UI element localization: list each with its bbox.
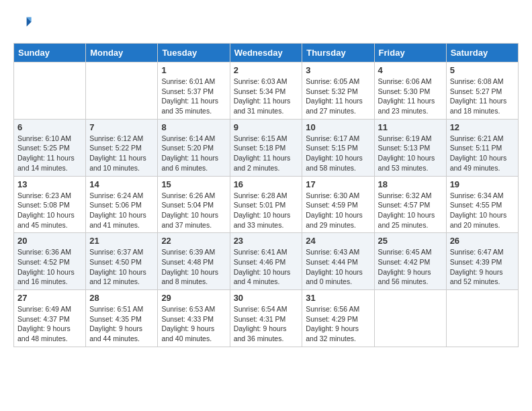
- day-number: 12: [450, 122, 515, 132]
- calendar-week-row: 20Sunrise: 6:36 AM Sunset: 4:52 PM Dayli…: [14, 233, 519, 290]
- calendar-cell: 27Sunrise: 6:49 AM Sunset: 4:37 PM Dayli…: [14, 290, 86, 347]
- day-number: 5: [450, 65, 515, 75]
- logo-icon: [13, 13, 32, 32]
- calendar-cell: 29Sunrise: 6:53 AM Sunset: 4:33 PM Dayli…: [158, 290, 230, 347]
- calendar-cell: 9Sunrise: 6:15 AM Sunset: 5:18 PM Daylig…: [230, 119, 302, 176]
- day-number: 20: [17, 236, 82, 246]
- day-info: Sunrise: 6:43 AM Sunset: 4:44 PM Dayligh…: [306, 247, 370, 287]
- calendar-cell: 30Sunrise: 6:54 AM Sunset: 4:31 PM Dayli…: [230, 290, 302, 347]
- calendar-cell: 18Sunrise: 6:32 AM Sunset: 4:57 PM Dayli…: [374, 176, 446, 233]
- weekday-header: Thursday: [302, 44, 374, 62]
- calendar-cell: [86, 62, 158, 120]
- day-info: Sunrise: 6:08 AM Sunset: 5:27 PM Dayligh…: [450, 77, 515, 116]
- calendar-cell: 31Sunrise: 6:56 AM Sunset: 4:29 PM Dayli…: [302, 290, 374, 347]
- day-number: 9: [234, 122, 299, 132]
- day-info: Sunrise: 6:51 AM Sunset: 4:35 PM Dayligh…: [89, 304, 154, 344]
- calendar-cell: 6Sunrise: 6:10 AM Sunset: 5:25 PM Daylig…: [14, 119, 86, 176]
- day-number: 13: [17, 179, 82, 189]
- weekday-header: Wednesday: [230, 44, 302, 62]
- weekday-header: Tuesday: [158, 44, 230, 62]
- calendar-header-row: SundayMondayTuesdayWednesdayThursdayFrid…: [14, 44, 519, 62]
- day-info: Sunrise: 6:41 AM Sunset: 4:46 PM Dayligh…: [234, 247, 299, 287]
- day-number: 3: [306, 65, 370, 75]
- calendar-cell: 2Sunrise: 6:03 AM Sunset: 5:34 PM Daylig…: [230, 62, 302, 120]
- day-info: Sunrise: 6:47 AM Sunset: 4:39 PM Dayligh…: [450, 247, 515, 287]
- calendar-week-row: 6Sunrise: 6:10 AM Sunset: 5:25 PM Daylig…: [14, 119, 519, 176]
- day-number: 22: [161, 236, 226, 246]
- day-info: Sunrise: 6:21 AM Sunset: 5:11 PM Dayligh…: [450, 134, 515, 173]
- day-info: Sunrise: 6:15 AM Sunset: 5:18 PM Dayligh…: [234, 134, 299, 173]
- day-info: Sunrise: 6:53 AM Sunset: 4:33 PM Dayligh…: [161, 304, 226, 344]
- day-info: Sunrise: 6:12 AM Sunset: 5:22 PM Dayligh…: [89, 134, 154, 173]
- day-info: Sunrise: 6:32 AM Sunset: 4:57 PM Dayligh…: [378, 191, 443, 230]
- day-number: 7: [89, 122, 154, 132]
- calendar-cell: 23Sunrise: 6:41 AM Sunset: 4:46 PM Dayli…: [230, 233, 302, 290]
- calendar-cell: 11Sunrise: 6:19 AM Sunset: 5:13 PM Dayli…: [374, 119, 446, 176]
- day-number: 8: [161, 122, 226, 132]
- calendar-cell: 4Sunrise: 6:06 AM Sunset: 5:30 PM Daylig…: [374, 62, 446, 120]
- day-info: Sunrise: 6:01 AM Sunset: 5:37 PM Dayligh…: [161, 77, 226, 116]
- calendar-week-row: 27Sunrise: 6:49 AM Sunset: 4:37 PM Dayli…: [14, 290, 519, 347]
- calendar-week-row: 13Sunrise: 6:23 AM Sunset: 5:08 PM Dayli…: [14, 176, 519, 233]
- day-info: Sunrise: 6:17 AM Sunset: 5:15 PM Dayligh…: [306, 134, 370, 173]
- day-number: 16: [234, 179, 299, 189]
- calendar-cell: 24Sunrise: 6:43 AM Sunset: 4:44 PM Dayli…: [302, 233, 374, 290]
- calendar-cell: 25Sunrise: 6:45 AM Sunset: 4:42 PM Dayli…: [374, 233, 446, 290]
- calendar-cell: 16Sunrise: 6:28 AM Sunset: 5:01 PM Dayli…: [230, 176, 302, 233]
- day-number: 25: [378, 236, 443, 246]
- day-number: 14: [89, 179, 154, 189]
- calendar-cell: 10Sunrise: 6:17 AM Sunset: 5:15 PM Dayli…: [302, 119, 374, 176]
- calendar-cell: 21Sunrise: 6:37 AM Sunset: 4:50 PM Dayli…: [86, 233, 158, 290]
- day-info: Sunrise: 6:23 AM Sunset: 5:08 PM Dayligh…: [17, 191, 82, 230]
- day-info: Sunrise: 6:14 AM Sunset: 5:20 PM Dayligh…: [161, 134, 226, 173]
- day-number: 29: [161, 293, 226, 303]
- calendar-cell: 12Sunrise: 6:21 AM Sunset: 5:11 PM Dayli…: [446, 119, 518, 176]
- day-info: Sunrise: 6:45 AM Sunset: 4:42 PM Dayligh…: [378, 247, 443, 287]
- calendar-cell: 26Sunrise: 6:47 AM Sunset: 4:39 PM Dayli…: [446, 233, 518, 290]
- day-number: 15: [161, 179, 226, 189]
- day-number: 4: [378, 65, 443, 75]
- weekday-header: Friday: [374, 44, 446, 62]
- day-info: Sunrise: 6:03 AM Sunset: 5:34 PM Dayligh…: [234, 77, 299, 116]
- day-info: Sunrise: 6:19 AM Sunset: 5:13 PM Dayligh…: [378, 134, 443, 173]
- day-info: Sunrise: 6:26 AM Sunset: 5:04 PM Dayligh…: [161, 191, 226, 230]
- day-number: 28: [89, 293, 154, 303]
- day-number: 1: [161, 65, 226, 75]
- calendar-table: SundayMondayTuesdayWednesdayThursdayFrid…: [13, 43, 519, 347]
- day-number: 11: [378, 122, 443, 132]
- calendar-cell: 20Sunrise: 6:36 AM Sunset: 4:52 PM Dayli…: [14, 233, 86, 290]
- weekday-header: Monday: [86, 44, 158, 62]
- calendar-cell: [14, 62, 86, 120]
- calendar-cell: 17Sunrise: 6:30 AM Sunset: 4:59 PM Dayli…: [302, 176, 374, 233]
- weekday-header: Saturday: [446, 44, 518, 62]
- day-info: Sunrise: 6:36 AM Sunset: 4:52 PM Dayligh…: [17, 247, 82, 287]
- calendar-cell: 22Sunrise: 6:39 AM Sunset: 4:48 PM Dayli…: [158, 233, 230, 290]
- day-number: 26: [450, 236, 515, 246]
- day-number: 31: [306, 293, 370, 303]
- day-info: Sunrise: 6:39 AM Sunset: 4:48 PM Dayligh…: [161, 247, 226, 287]
- day-info: Sunrise: 6:10 AM Sunset: 5:25 PM Dayligh…: [17, 134, 82, 173]
- day-info: Sunrise: 6:24 AM Sunset: 5:06 PM Dayligh…: [89, 191, 154, 230]
- day-info: Sunrise: 6:05 AM Sunset: 5:32 PM Dayligh…: [306, 77, 370, 116]
- day-number: 27: [17, 293, 82, 303]
- weekday-header: Sunday: [14, 44, 86, 62]
- day-number: 30: [234, 293, 299, 303]
- page-header: [13, 13, 519, 32]
- calendar-cell: 13Sunrise: 6:23 AM Sunset: 5:08 PM Dayli…: [14, 176, 86, 233]
- calendar-cell: 5Sunrise: 6:08 AM Sunset: 5:27 PM Daylig…: [446, 62, 518, 120]
- day-number: 2: [234, 65, 299, 75]
- day-info: Sunrise: 6:54 AM Sunset: 4:31 PM Dayligh…: [234, 304, 299, 344]
- day-info: Sunrise: 6:34 AM Sunset: 4:55 PM Dayligh…: [450, 191, 515, 230]
- day-number: 6: [17, 122, 82, 132]
- day-info: Sunrise: 6:56 AM Sunset: 4:29 PM Dayligh…: [306, 304, 370, 344]
- day-info: Sunrise: 6:37 AM Sunset: 4:50 PM Dayligh…: [89, 247, 154, 287]
- day-number: 10: [306, 122, 370, 132]
- calendar-cell: [374, 290, 446, 347]
- calendar-cell: 14Sunrise: 6:24 AM Sunset: 5:06 PM Dayli…: [86, 176, 158, 233]
- day-info: Sunrise: 6:30 AM Sunset: 4:59 PM Dayligh…: [306, 191, 370, 230]
- day-info: Sunrise: 6:06 AM Sunset: 5:30 PM Dayligh…: [378, 77, 443, 116]
- day-info: Sunrise: 6:49 AM Sunset: 4:37 PM Dayligh…: [17, 304, 82, 344]
- calendar-week-row: 1Sunrise: 6:01 AM Sunset: 5:37 PM Daylig…: [14, 62, 519, 120]
- day-number: 21: [89, 236, 154, 246]
- day-info: Sunrise: 6:28 AM Sunset: 5:01 PM Dayligh…: [234, 191, 299, 230]
